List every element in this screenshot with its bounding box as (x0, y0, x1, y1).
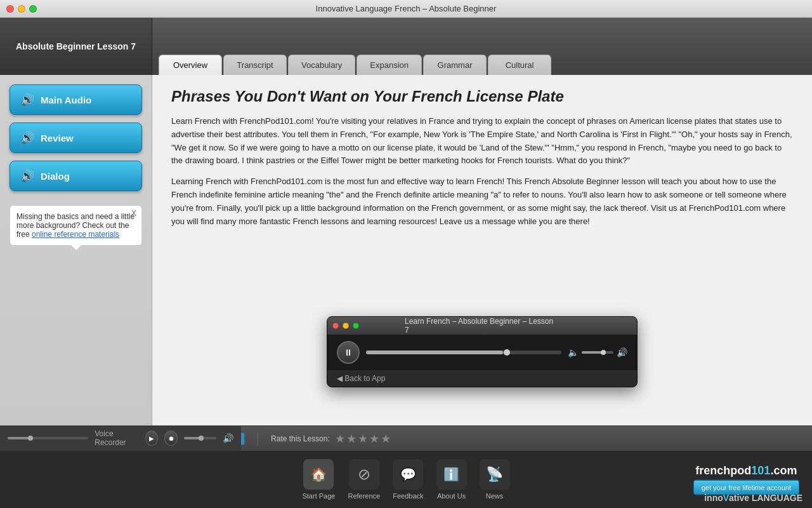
reference-link[interactable]: online reference materials (32, 230, 119, 239)
reference-icon: ⊘ (349, 459, 379, 490)
star-4[interactable]: ★ (369, 432, 379, 446)
start-page-label: Start Page (302, 492, 335, 500)
lesson-heading: Phrases You Don't Want on Your French Li… (171, 88, 793, 105)
speaker-icon-review: 🔊 (20, 131, 34, 145)
news-icon: 📡 (480, 459, 510, 490)
main-audio-label: Main Audio (41, 95, 91, 105)
close-button[interactable] (6, 5, 14, 13)
frenchpod-branding: frenchpod101.com get your free lifetime … (693, 464, 799, 495)
vr-thumb (28, 436, 33, 441)
player-maximize[interactable] (353, 323, 359, 329)
volume-icon: 🔈 (568, 347, 579, 358)
progress-bar[interactable] (366, 351, 561, 354)
player-title: Learn French – Absolute Beginner – Lesso… (405, 317, 560, 335)
nav-feedback[interactable]: 💬 Feedback (393, 459, 423, 500)
progress-thumb (504, 349, 510, 356)
tab-expansion[interactable]: Expansion (357, 55, 422, 75)
review-label: Review (41, 133, 74, 144)
player-controls: ⏸ 🔈 🔊 (327, 335, 637, 370)
minimize-button[interactable] (18, 5, 25, 13)
vr-volume-slider[interactable] (184, 437, 216, 439)
tooltip-close[interactable]: X (131, 209, 136, 218)
title-bar: Innovative Language French – Absolute Be… (0, 0, 812, 18)
footer: 🏠 Start Page ⊘ Reference 💬 Feedback ℹ️ A… (0, 451, 812, 508)
news-label: News (486, 492, 504, 500)
footer-nav: 🏠 Start Page ⊘ Reference 💬 Feedback ℹ️ A… (0, 451, 812, 508)
play-pause-button[interactable]: ⏸ (337, 341, 360, 364)
vr-vol-thumb (199, 436, 204, 441)
innovative-logo: innoVative LANGUAGE (704, 493, 802, 503)
star-1[interactable]: ★ (335, 432, 345, 446)
tab-overview[interactable]: Overview (159, 55, 222, 75)
tooltip-box: X Missing the basics and need a little m… (10, 205, 142, 246)
home-icon: 🏠 (303, 459, 334, 490)
progress-fill (366, 351, 503, 354)
lesson-paragraph-1: Learn French with FrenchPod101.com! You'… (171, 115, 793, 168)
star-rating[interactable]: ★ ★ ★ ★ ★ (335, 432, 391, 446)
feedback-icon: 💬 (393, 459, 423, 490)
star-5[interactable]: ★ (381, 432, 391, 446)
maximize-button[interactable] (29, 5, 37, 13)
tab-cultural[interactable]: Cultural (488, 55, 551, 75)
nav-news[interactable]: 📡 News (480, 459, 510, 500)
sidebar: 🔊 Main Audio 🔊 Review 🔊 Dialog X Missing… (0, 75, 152, 425)
speaker-icon-dialog: 🔊 (20, 169, 34, 183)
vr-play-button[interactable]: ▶ (145, 431, 159, 446)
dialog-button[interactable]: 🔊 Dialog (10, 161, 142, 191)
content-area: 🔊 Main Audio 🔊 Review 🔊 Dialog X Missing… (0, 75, 812, 425)
speaker-icon: 🔊 (20, 93, 34, 107)
dialog-label: Dialog (41, 171, 70, 182)
header: Absolute Beginner Lesson 7 Overview Tran… (0, 18, 812, 75)
lesson-title-panel: Absolute Beginner Lesson 7 (0, 18, 152, 75)
player-minimize[interactable] (343, 323, 349, 329)
volume-controls: 🔈 🔊 (568, 347, 627, 358)
frenchpod-logo: frenchpod101.com (695, 464, 797, 478)
rate-lesson-section: Rate this Lesson: ★ ★ ★ ★ ★ (271, 432, 391, 446)
about-us-icon: ℹ️ (436, 459, 467, 490)
feedback-label: Feedback (393, 492, 423, 500)
lesson-title: Absolute Beginner Lesson 7 (16, 41, 136, 51)
player-back-bar: Back to App (327, 370, 637, 387)
reference-label: Reference (348, 492, 380, 500)
audio-player: Learn French – Absolute Beginner – Lesso… (327, 316, 638, 387)
vr-stop-button[interactable]: ⏺ (164, 431, 178, 446)
volume-max-icon: 🔊 (617, 347, 627, 358)
voice-recorder-label: Voice Recorder (95, 429, 139, 447)
voice-recorder-bar: Voice Recorder ▶ ⏺ 🔊 (0, 425, 241, 451)
star-3[interactable]: ★ (358, 432, 368, 446)
main-audio-button[interactable]: 🔊 Main Audio (10, 84, 142, 115)
window-title: Innovative Language French – Absolute Be… (316, 4, 497, 13)
tab-vocabulary[interactable]: Vocabulary (288, 55, 355, 75)
nav-reference[interactable]: ⊘ Reference (348, 459, 380, 500)
back-to-app-button[interactable]: Back to App (337, 374, 385, 383)
lesson-body: Learn French with FrenchPod101.com! You'… (171, 115, 793, 228)
review-button[interactable]: 🔊 Review (10, 123, 142, 153)
player-title-bar: Learn French – Absolute Beginner – Lesso… (327, 317, 637, 335)
tab-transcript[interactable]: Transcript (223, 55, 287, 75)
window-controls[interactable] (6, 5, 37, 13)
star-2[interactable]: ★ (346, 432, 357, 446)
nav-start-page[interactable]: 🏠 Start Page (302, 459, 335, 500)
vr-progress-slider[interactable] (8, 437, 88, 439)
about-us-label: About Us (437, 492, 466, 500)
lesson-paragraph-2: Learning French with FrenchPod101.com is… (171, 175, 793, 228)
tabs-container: Overview Transcript Vocabulary Expansion… (152, 18, 812, 75)
tooltip-arrow (71, 245, 81, 250)
volume-slider[interactable] (582, 351, 613, 354)
main-content: Phrases You Don't Want on Your French Li… (152, 75, 812, 425)
nav-about-us[interactable]: ℹ️ About Us (436, 459, 467, 500)
volume-thumb (601, 350, 606, 355)
tab-grammar[interactable]: Grammar (423, 55, 487, 75)
vr-speaker-icon: 🔊 (223, 433, 233, 443)
separator-2 (258, 432, 258, 445)
player-close[interactable] (332, 323, 339, 329)
rate-label: Rate this Lesson: (271, 434, 330, 443)
